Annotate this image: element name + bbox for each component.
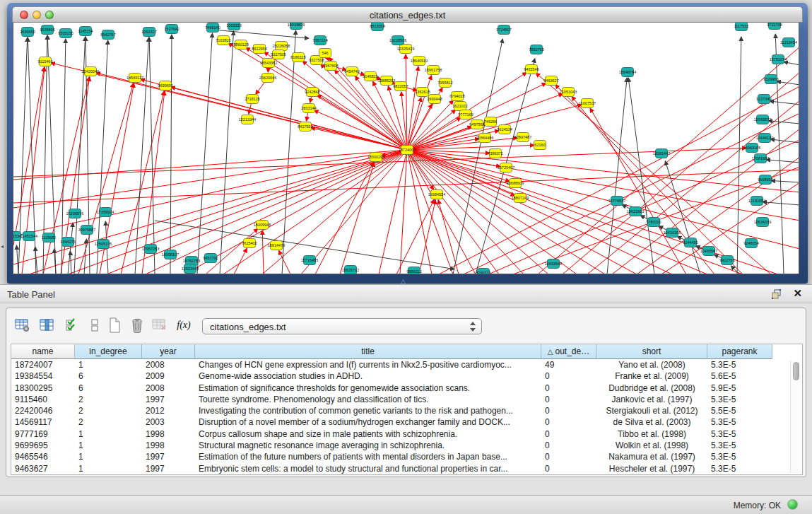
graph-node[interactable]: 17081983 (752, 154, 769, 163)
graph-edge-red[interactable] (13, 150, 407, 208)
graph-edge-black[interactable] (16, 245, 18, 274)
graph-edge-black[interactable] (220, 31, 234, 274)
graph-node[interactable]: 3624534 (497, 125, 512, 134)
graph-edge-black[interactable] (70, 251, 71, 274)
graph-node[interactable]: 9886022 (406, 267, 421, 275)
graph-node[interactable]: 2718126 (245, 95, 259, 104)
graph-edge-red[interactable] (407, 150, 799, 192)
graph-node[interactable]: 12923448 (182, 264, 199, 274)
table-options-button[interactable] (13, 315, 32, 335)
graph-edge-black[interactable] (737, 37, 741, 274)
table-row[interactable]: 946362711997Embryonic stem cells: a mode… (11, 463, 790, 474)
graph-edge-red[interactable] (315, 162, 373, 274)
graph-node[interactable]: 16720407 (498, 163, 514, 173)
graph-node[interactable]: 16958107 (162, 250, 179, 259)
graph-node[interactable]: 1117532 (734, 23, 749, 31)
window-titlebar[interactable]: citations_edges.txt (12, 6, 803, 23)
table-select-dropdown[interactable]: citations_edges.txt (202, 318, 482, 334)
graph-edge-red[interactable] (590, 108, 686, 274)
graph-node[interactable]: 1621022 (452, 102, 467, 111)
graph-node[interactable]: 11213454 (780, 38, 797, 47)
graph-node[interactable]: 18300295 (367, 153, 384, 162)
graph-edge-red[interactable] (419, 200, 435, 274)
table-row[interactable]: 1456911722003Disruption of a novel membe… (11, 416, 790, 428)
column-header-short[interactable]: short (596, 344, 707, 359)
graph-node[interactable]: 23420046 (259, 74, 276, 83)
graph-node[interactable]: 10688609 (507, 179, 524, 188)
graph-edge-black[interactable] (149, 37, 155, 274)
graph-node[interactable]: 1052327 (141, 28, 156, 37)
network-graph-svg[interactable]: 1872400771638228860128891295423226058932… (13, 23, 799, 274)
graph-edge-red[interactable] (146, 150, 407, 274)
graph-node[interactable]: 16914479 (268, 241, 285, 250)
graph-node[interactable]: 9248054 (743, 239, 758, 248)
graph-node[interactable]: 2803144 (301, 104, 316, 113)
graph-node[interactable]: 1115682 (42, 233, 57, 243)
graph-node[interactable]: 8186328 (290, 53, 305, 62)
graph-edge-red[interactable] (279, 250, 290, 274)
graph-node[interactable]: 7955812 (437, 78, 452, 88)
graph-node[interactable]: 18621663 (627, 207, 644, 216)
graph-edge-red[interactable] (234, 248, 247, 274)
graph-node[interactable]: 10807487 (514, 133, 531, 142)
graph-node[interactable]: 10493548 (545, 259, 562, 269)
graph-edge-black[interactable] (771, 180, 799, 182)
graph-node[interactable]: 391539 (13, 232, 21, 241)
graph-node[interactable]: 7357224 (312, 36, 327, 45)
graph-node[interactable]: 19384554 (428, 190, 445, 199)
graph-edge-red[interactable] (206, 228, 258, 274)
graph-node[interactable]: 8427552 (298, 122, 312, 132)
graph-node[interactable]: 9465546 (524, 65, 539, 74)
graph-node[interactable]: 14569117 (126, 74, 143, 83)
graph-node[interactable]: 16625712 (342, 266, 359, 275)
graph-node[interactable]: 8942757 (100, 30, 115, 40)
graph-node[interactable]: 746266 (484, 117, 497, 127)
graph-edge-red[interactable] (379, 150, 407, 274)
table-row[interactable]: 1938455462009Genome-wide association stu… (11, 370, 790, 382)
graph-node[interactable]: 1145154 (78, 27, 93, 36)
graph-node[interactable]: 19218506 (389, 36, 406, 45)
graph-node[interactable]: 22420046 (82, 67, 99, 76)
graph-edge-red[interactable] (407, 150, 799, 221)
graph-node[interactable]: 17957253 (142, 245, 159, 254)
graph-edge-black[interactable] (770, 139, 799, 143)
graph-node[interactable]: 16774837 (608, 197, 625, 206)
graph-node[interactable]: 9668950 (758, 175, 772, 185)
graph-node[interactable]: 15963105 (743, 144, 760, 153)
graph-edge-red[interactable] (223, 150, 407, 274)
graph-node[interactable]: 6822057 (393, 82, 408, 91)
close-panel-icon[interactable]: ✕ (793, 287, 802, 300)
graph-edge-red[interactable] (262, 230, 264, 274)
graph-node[interactable]: 18381447 (653, 149, 670, 158)
graph-node[interactable]: 1362615 (415, 88, 430, 97)
graph-node[interactable]: 16648784 (619, 68, 636, 77)
graph-node[interactable]: 12410155 (664, 228, 681, 238)
graph-node[interactable]: 12093572 (754, 115, 771, 124)
graph-edge-black[interactable] (282, 30, 296, 274)
graph-edge-black[interactable] (775, 34, 784, 274)
column-header-year[interactable]: year (142, 344, 195, 359)
graph-node[interactable]: 9329966 (763, 75, 778, 84)
graph-node[interactable]: 9699695 (158, 81, 172, 90)
graph-node[interactable]: 62160 (534, 141, 546, 150)
graph-node[interactable]: 30975887 (78, 226, 95, 235)
graph-edge-black[interactable] (607, 78, 627, 274)
graph-node[interactable]: 12213344 (239, 115, 256, 124)
memory-status-led[interactable] (787, 499, 798, 510)
graph-node[interactable]: 12505135 (95, 240, 112, 249)
scrollbar-thumb[interactable] (793, 362, 799, 380)
graph-node[interactable]: 546 (319, 49, 331, 58)
graph-node[interactable]: 9505135 (58, 29, 73, 38)
graph-node[interactable]: 2967608 (323, 62, 338, 71)
network-canvas[interactable]: 1872400771638228860128891295423226058932… (13, 23, 799, 274)
graph-edge-red[interactable] (13, 150, 407, 180)
graph-node[interactable]: 8454749 (344, 67, 359, 76)
graph-edge-red[interactable] (107, 150, 407, 274)
table-row[interactable]: 1872400712008Changes of HCN gene express… (11, 359, 790, 370)
graph-node[interactable]: 9722734 (767, 23, 782, 30)
graph-node[interactable]: 7466140 (205, 23, 220, 33)
column-header-pagerank[interactable]: pagerank (707, 344, 772, 359)
show-columns-button[interactable] (37, 315, 56, 335)
graph-edge-black[interactable] (665, 161, 700, 274)
graph-node[interactable]: 8290721 (476, 269, 490, 275)
